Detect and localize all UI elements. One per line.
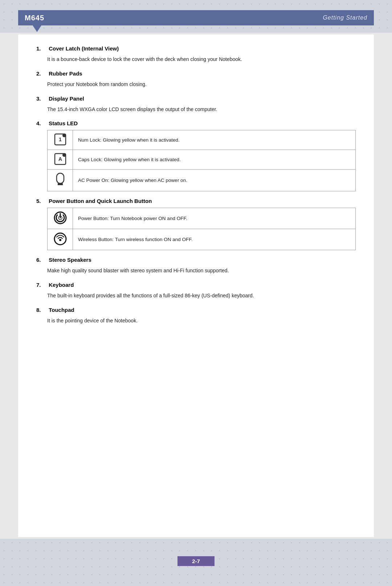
item-2-body: Protect your Notebook from random closin…	[36, 80, 356, 89]
table-row: Power Button: Turn Notebook power ON and…	[48, 208, 356, 229]
svg-text:A: A	[58, 156, 62, 162]
table-row: 1 Num Lock: Glowing yellow when it is ac…	[48, 130, 356, 150]
capslock-desc: Caps Lock: Glowing yellow when it is act…	[73, 150, 356, 170]
item-3: 3. Display Panel The 15.4-inch WXGA colo…	[36, 95, 356, 114]
svg-rect-6	[57, 173, 64, 183]
item-8-body: It is the pointing device of the Noteboo…	[36, 317, 356, 325]
acpower-icon	[54, 172, 66, 187]
capslock-icon-cell: A	[48, 150, 73, 170]
power-desc: Power Button: Turn Notebook power ON and…	[73, 208, 356, 229]
section-title: Getting Started	[323, 15, 367, 21]
power-button-table: Power Button: Turn Notebook power ON and…	[47, 208, 356, 250]
item-6-title: 6. Stereo Speakers	[36, 257, 356, 263]
wireless-icon-cell	[48, 229, 73, 250]
item-6: 6. Stereo Speakers Make high quality sou…	[36, 257, 356, 275]
item-4: 4. Status LED 1 Num Lock: Glowing yellow…	[36, 120, 356, 191]
table-row: Wireless Button: Turn wireless function …	[48, 229, 356, 250]
item-5: 5. Power Button and Quick Launch Button	[36, 198, 356, 250]
item-7: 7. Keyboard The built-in keyboard provid…	[36, 282, 356, 300]
header-bar: M645 Getting Started	[18, 10, 374, 25]
table-row: AC Power On: Glowing yellow when AC powe…	[48, 170, 356, 191]
svg-text:1: 1	[59, 137, 62, 142]
wireless-desc: Wireless Button: Turn wireless function …	[73, 229, 356, 250]
page-footer: 2-7	[0, 556, 392, 566]
power-button-icon	[53, 211, 67, 225]
table-row: A Caps Lock: Glowing yellow when it is a…	[48, 150, 356, 170]
item-8-title: 8. Touchpad	[36, 307, 356, 313]
item-3-body: The 15.4-inch WXGA color LCD screen disp…	[36, 105, 356, 114]
page-number: 2-7	[177, 556, 215, 566]
model-name: M645	[25, 14, 44, 22]
wireless-icon	[53, 232, 67, 246]
capslock-icon: A	[54, 153, 66, 165]
acpower-desc: AC Power On: Glowing yellow when AC powe…	[73, 170, 356, 191]
main-content: 1. Cover Latch (Internal View) It is a b…	[18, 34, 374, 537]
acpower-icon-cell	[48, 170, 73, 191]
item-1: 1. Cover Latch (Internal View) It is a b…	[36, 45, 356, 64]
status-led-table: 1 Num Lock: Glowing yellow when it is ac…	[47, 130, 356, 191]
item-1-title: 1. Cover Latch (Internal View)	[36, 45, 356, 52]
svg-point-11	[59, 239, 61, 241]
numlock-icon: 1	[54, 133, 66, 146]
item-6-body: Make high quality sound blaster with ste…	[36, 266, 356, 275]
item-2-title: 2. Rubber Pads	[36, 70, 356, 77]
svg-rect-7	[58, 183, 63, 185]
item-8: 8. Touchpad It is the pointing device of…	[36, 307, 356, 325]
numlock-desc: Num Lock: Glowing yellow when it is acti…	[73, 130, 356, 150]
item-3-title: 3. Display Panel	[36, 95, 356, 102]
item-7-body: The built-in keyboard provides all the f…	[36, 292, 356, 300]
item-4-title: 4. Status LED	[36, 120, 356, 126]
numlock-icon-cell: 1	[48, 130, 73, 150]
item-7-title: 7. Keyboard	[36, 282, 356, 288]
svg-point-5	[62, 153, 66, 157]
power-icon-cell	[48, 208, 73, 229]
item-1-body: It is a bounce-back device to lock the c…	[36, 55, 356, 64]
item-2: 2. Rubber Pads Protect your Notebook fro…	[36, 70, 356, 89]
svg-point-2	[62, 134, 66, 137]
item-5-title: 5. Power Button and Quick Launch Button	[36, 198, 356, 204]
header-arrow	[33, 25, 41, 32]
